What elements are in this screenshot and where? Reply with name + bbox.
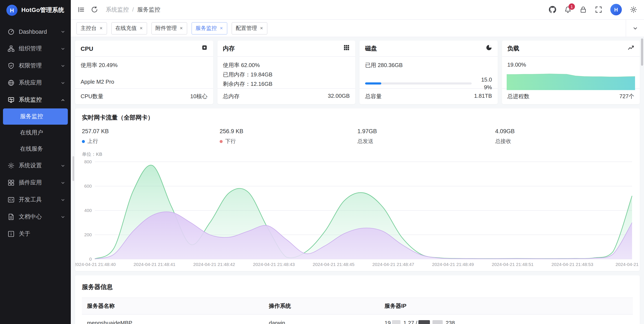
svg-text:2024-04-21 21:48:43: 2024-04-21 21:48:43 — [253, 262, 295, 267]
svg-text:0: 0 — [89, 256, 92, 261]
column-header: 服务器名称 — [82, 298, 264, 314]
sidebar-subitem-online-users[interactable]: 在线用户 — [3, 125, 68, 141]
sidebar-subitem-service-monitor[interactable]: 服务监控 — [3, 108, 68, 125]
sidebar-subitem-label: 在线服务 — [20, 145, 43, 153]
tabs-dropdown-button[interactable] — [626, 20, 644, 37]
sidebar-item-dashboard[interactable]: Dashboard — [0, 23, 71, 40]
fullscreen-icon[interactable] — [595, 6, 602, 13]
notification-badge: 1 — [568, 4, 575, 10]
memory-free: 剩余内存：12.16GB — [223, 80, 350, 88]
cpu-model: Apple M2 Pro — [80, 79, 208, 85]
devtools-icon — [7, 196, 14, 203]
sidebar-item-organization[interactable]: 组织管理 — [0, 40, 71, 57]
monitor-icon — [7, 97, 14, 103]
sidebar-item-label: 关于 — [19, 230, 30, 238]
tab-close-icon[interactable]: × — [220, 26, 223, 31]
tab-label: 服务监控 — [196, 25, 217, 32]
traffic-title: 实时网卡流量（全部网卡） — [80, 108, 634, 126]
svg-text:2024-04-21 21:48:40: 2024-04-21 21:48:40 — [75, 262, 116, 267]
column-header: 操作系统 — [264, 298, 380, 314]
sidebar-item-system-app[interactable]: 系统应用 — [0, 74, 71, 91]
settings-gear-icon[interactable] — [630, 6, 637, 13]
tab-console[interactable]: 主控台 × — [76, 22, 107, 34]
disk-icon — [486, 44, 492, 53]
card-title: CPU — [80, 45, 93, 52]
tab-label: 在线充值 — [115, 25, 137, 32]
disk-percent: 15.09% — [476, 76, 492, 91]
sidebar-item-plugins[interactable]: 插件应用 — [0, 174, 71, 191]
disk-progress-bar — [365, 82, 472, 85]
chevron-down-icon — [60, 163, 65, 168]
lock-icon[interactable] — [580, 6, 587, 13]
memory-used: 已用内存：19.84GB — [223, 71, 350, 79]
load-sparkline-chart — [506, 70, 635, 90]
sidebar-item-permission[interactable]: 权限管理 — [0, 57, 71, 74]
dashboard-icon — [7, 28, 14, 35]
sidebar-item-label: 系统监控 — [19, 96, 42, 104]
disk-card: 磁盘 已用 280.36GB 15.09% — [360, 41, 498, 104]
about-icon — [7, 230, 14, 237]
svg-text:400: 400 — [84, 208, 92, 213]
redacted-block — [418, 320, 430, 324]
tab-close-icon[interactable]: × — [260, 26, 263, 31]
app-logo[interactable]: H HotGo管理系统 — [0, 0, 71, 21]
breadcrumb: 系统监控 / 服务监控 — [106, 6, 160, 14]
sidebar-item-system-monitor[interactable]: 系统监控 — [0, 91, 71, 108]
tab-bar: 主控台 × 在线充值 × 附件管理 × 服务监控 × 配置管理 × — [71, 20, 644, 37]
sidebar-item-devtools[interactable]: 开发工具 — [0, 191, 71, 208]
avatar[interactable]: H — [610, 4, 622, 15]
top-header: 系统监控 / 服务监控 1 H — [71, 0, 644, 20]
load-value: 19.00% — [507, 62, 634, 68]
traffic-stat-label: 下行 — [225, 138, 236, 145]
sidebar-item-docs[interactable]: 文档中心 — [0, 208, 71, 225]
inner-scrollbar-thumb[interactable] — [72, 156, 74, 181]
app-icon — [7, 79, 14, 86]
sidebar-item-label: 权限管理 — [19, 62, 42, 70]
tab-close-icon[interactable]: × — [180, 26, 183, 31]
svg-text:2024-04-21 21:48:42: 2024-04-21 21:48:42 — [193, 262, 235, 267]
tab-close-icon[interactable]: × — [100, 26, 102, 31]
traffic-stat-total-received: 4.09GB 总接收 — [495, 128, 633, 145]
traffic-stat-upload: 257.07 KB 上行 — [82, 128, 220, 145]
table-row: mengshuaideMBP darwin 19 1.27 /.238 — [82, 314, 633, 324]
server-table: 服务器名称 操作系统 服务器IP mengshuaideMBP darwin 1… — [82, 297, 633, 324]
chevron-down-icon — [60, 63, 65, 68]
sidebar-menu: Dashboard 组织管理 权限管理 — [0, 21, 71, 324]
svg-text:2024-04-21 21:48:53: 2024-04-21 21:48:53 — [552, 262, 593, 267]
chevron-down-icon — [632, 26, 638, 31]
card-footer-value: 32.00GB — [328, 93, 350, 100]
svg-text:2024-04-21 21:4: 2024-04-21 21:4 — [616, 262, 640, 267]
window-scrollbar-thumb[interactable] — [641, 39, 643, 66]
redacted-block — [433, 320, 443, 324]
tab-attachment-management[interactable]: 附件管理 × — [151, 22, 187, 34]
disk-progress-fill — [365, 82, 381, 85]
load-card: 负载 19.00% — [502, 41, 640, 104]
tab-config-management[interactable]: 配置管理 × — [231, 22, 267, 34]
refresh-icon[interactable] — [91, 6, 98, 13]
settings-icon — [7, 162, 14, 169]
tab-online-recharge[interactable]: 在线充值 × — [111, 22, 147, 34]
tab-service-monitor[interactable]: 服务监控 × — [191, 22, 227, 34]
memory-icon — [343, 44, 350, 53]
sidebar-item-label: 开发工具 — [19, 196, 42, 204]
server-ip-cell: 19 1.27 /.238 — [379, 314, 633, 324]
tab-label: 附件管理 — [156, 25, 177, 32]
sidebar-item-about[interactable]: 关于 — [0, 225, 71, 242]
svg-text:600: 600 — [84, 184, 92, 188]
server-info-title: 服务器信息 — [82, 281, 633, 297]
upload-dot-icon — [82, 140, 85, 143]
server-name-cell: mengshuaideMBP — [82, 314, 264, 324]
sidebar: H HotGo管理系统 Dashboard 组织管理 — [0, 0, 71, 324]
traffic-stat-label: 上行 — [88, 138, 98, 145]
tab-close-icon[interactable]: × — [140, 26, 143, 31]
disk-used: 已用 280.36GB — [365, 62, 492, 69]
docs-icon — [7, 213, 14, 220]
sidebar-subitem-online-services[interactable]: 在线服务 — [3, 141, 68, 157]
breadcrumb-item[interactable]: 系统监控 — [106, 6, 129, 14]
sidebar-item-system-settings[interactable]: 系统设置 — [0, 157, 71, 174]
chevron-down-icon — [60, 180, 65, 185]
menu-fold-icon[interactable] — [78, 6, 85, 13]
cpu-card: CPU 使用率 20.49% Apple M2 Pro CPU数量 10核心 — [75, 41, 213, 104]
github-icon[interactable] — [549, 6, 556, 13]
card-footer-value: 10核心 — [190, 93, 208, 100]
